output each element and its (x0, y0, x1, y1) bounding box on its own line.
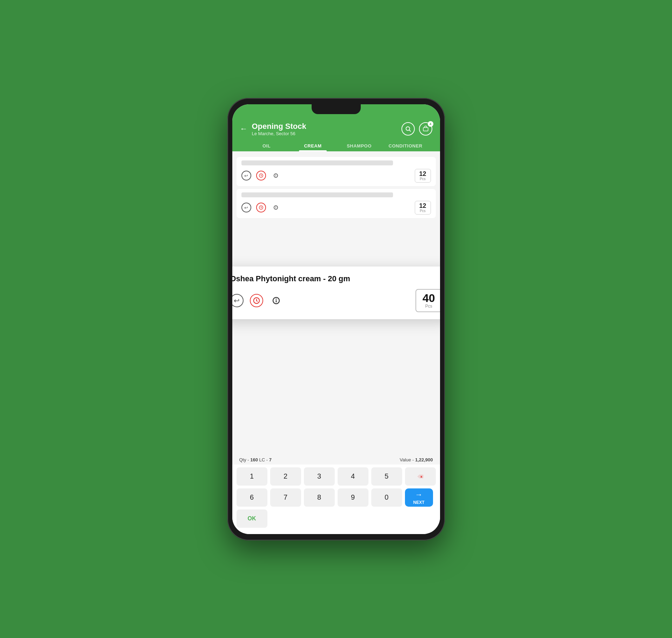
tabs-container: OIL CREAM SHAMPOO CONDITIONER (240, 140, 432, 151)
qty-unit-2: Pcs (419, 209, 427, 213)
cart-badge: 4 (428, 121, 433, 127)
next-button[interactable]: → NEXT (405, 488, 433, 507)
svg-point-13 (276, 299, 276, 300)
qty-number-1: 12 (419, 171, 427, 177)
qty-unit-1: Pcs (419, 177, 427, 181)
qty-number-2: 12 (419, 203, 427, 209)
next-label: NEXT (413, 500, 424, 505)
popup-info-button[interactable] (270, 294, 283, 307)
info-button-1[interactable] (271, 171, 281, 180)
summary-bar: Qty - 160 LC - 7 Value - 1,22,900 (232, 455, 440, 465)
svg-rect-2 (423, 127, 428, 131)
key-5[interactable]: 5 (371, 467, 402, 486)
popup-product-name: Oshea Phytonight cream - 20 gm (232, 274, 440, 283)
key-3[interactable]: 3 (304, 467, 335, 486)
info-button-2[interactable] (271, 203, 281, 212)
key-0[interactable]: 0 (371, 488, 402, 507)
tab-shampoo[interactable]: SHAMPOO (336, 140, 382, 151)
qty-box-2[interactable]: 12 Pcs (415, 201, 431, 215)
phone-wrapper: ← Opening Stock Le Marche, Sector 56 (227, 98, 445, 540)
header-title-group: Opening Stock Le Marche, Sector 56 (252, 122, 401, 136)
clock-button-2[interactable] (256, 203, 266, 212)
popup-qty-unit: Pcs (423, 304, 435, 309)
popup-actions-row: ↩ (232, 289, 440, 312)
header-icons: 4 (401, 122, 432, 136)
popup-undo-button[interactable]: ↩ (232, 294, 244, 307)
qty-box-1[interactable]: 12 Pcs (415, 169, 431, 183)
tab-cream[interactable]: CREAM (290, 140, 336, 151)
scroll-content: ↩ (232, 151, 440, 455)
svg-line-1 (409, 130, 411, 132)
page-title: Opening Stock (252, 122, 401, 131)
cart-button[interactable]: 4 (419, 122, 432, 136)
undo-button-1[interactable]: ↩ (241, 171, 251, 180)
tab-oil[interactable]: OIL (244, 140, 290, 151)
stock-item-2: ↩ (237, 189, 436, 218)
key-1[interactable]: 1 (237, 467, 267, 486)
key-4[interactable]: 4 (338, 467, 368, 486)
key-8[interactable]: 8 (304, 488, 335, 507)
stock-item-1: ↩ (237, 157, 436, 186)
popup-qty-box[interactable]: 40 Pcs (415, 289, 440, 312)
summary-value: Value - 1,22,900 (400, 457, 433, 462)
svg-point-0 (406, 127, 410, 131)
popup-clock-button[interactable] (250, 294, 263, 307)
key-2[interactable]: 2 (270, 467, 301, 486)
item-name-placeholder-1 (241, 160, 393, 165)
next-arrow-icon: → (415, 490, 423, 499)
popup-icons: ↩ (232, 294, 283, 307)
item-actions-row-2: ↩ (241, 201, 431, 215)
key-7[interactable]: 7 (270, 488, 301, 507)
item-icons-2: ↩ (241, 203, 281, 212)
item-icons-1: ↩ (241, 171, 281, 180)
summary-qty: Qty - 160 LC - 7 (239, 457, 272, 462)
undo-button-2[interactable]: ↩ (241, 203, 251, 212)
popup-qty-number: 40 (423, 292, 435, 304)
numpad-grid: 1 2 3 4 5 6 7 8 9 0 OK (237, 467, 436, 528)
key-9[interactable]: 9 (338, 488, 368, 507)
back-button[interactable]: ← (240, 124, 248, 133)
search-icon (405, 126, 411, 132)
item-actions-row-1: ↩ (241, 169, 431, 183)
page-subtitle: Le Marche, Sector 56 (252, 131, 401, 136)
item-name-placeholder-2 (241, 192, 393, 197)
clock-button-1[interactable] (256, 171, 266, 180)
phone-screen: ← Opening Stock Le Marche, Sector 56 (232, 104, 440, 534)
key-del[interactable] (405, 467, 436, 486)
popup-card: Oshea Phytonight cream - 20 gm ↩ (232, 267, 440, 319)
numpad: 1 2 3 4 5 6 7 8 9 0 OK (232, 465, 440, 534)
key-6[interactable]: 6 (237, 488, 267, 507)
tab-conditioner[interactable]: CONDITIONER (382, 140, 429, 151)
cart-icon (423, 126, 429, 132)
search-button[interactable] (401, 122, 415, 136)
key-ok[interactable]: OK (237, 509, 267, 528)
phone-notch (312, 104, 361, 114)
